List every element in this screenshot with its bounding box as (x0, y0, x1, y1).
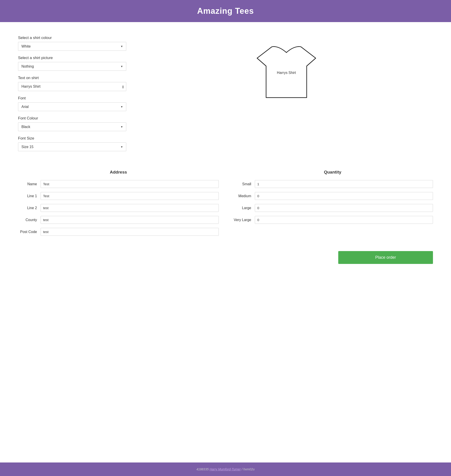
addr-input-line2[interactable] (41, 204, 219, 212)
address-section: Address Name Line 1 Line 2 County Post C… (18, 170, 219, 240)
shirt-colour-select[interactable]: White Black Red Blue Green (18, 42, 126, 51)
shirt-options-form: Select a shirt colour White Black Red Bl… (18, 36, 126, 156)
qty-label-verylarge: Very Large (232, 218, 255, 222)
qty-label-large: Large (232, 206, 255, 210)
place-order-button[interactable]: Place order (338, 251, 433, 264)
shirt-svg-container: Harrys Shirt (250, 40, 322, 103)
address-title: Address (18, 170, 219, 175)
addr-input-county[interactable] (41, 216, 219, 224)
qty-row-large: Large (232, 204, 433, 212)
shirt-colour-group: Select a shirt colour White Black Red Bl… (18, 36, 126, 51)
addr-row-postcode: Post Code (18, 228, 219, 236)
main-content: Select a shirt colour White Black Red Bl… (0, 22, 451, 463)
place-order-row: Place order (18, 251, 433, 264)
font-colour-select-wrapper: Black White Red Blue (18, 122, 126, 131)
font-size-group: Font Size Size 10 Size 12 Size 15 Size 1… (18, 136, 126, 151)
shirt-text-label: Text on shirt (18, 76, 126, 80)
addr-input-line1[interactable] (41, 192, 219, 200)
font-colour-select[interactable]: Black White Red Blue (18, 122, 126, 131)
font-label: Font (18, 96, 126, 100)
footer-id: 4188335 (196, 467, 209, 471)
addr-label-postcode: Post Code (18, 230, 41, 234)
shirt-colour-label: Select a shirt colour (18, 36, 126, 40)
shirt-text-input-wrapper: ▮ (18, 82, 126, 91)
shirt-colour-select-wrapper: White Black Red Blue Green (18, 42, 126, 51)
addr-label-county: County (18, 218, 41, 222)
shirt-text-input[interactable] (18, 82, 126, 91)
font-colour-label: Font Colour (18, 116, 126, 121)
shirt-text-group: Text on shirt ▮ (18, 76, 126, 91)
addr-input-name[interactable] (41, 180, 219, 188)
addr-row-county: County (18, 216, 219, 224)
top-section: Select a shirt colour White Black Red Bl… (18, 36, 433, 156)
shirt-picture-select-wrapper: Nothing Star Heart Logo (18, 62, 126, 71)
font-colour-group: Font Colour Black White Red Blue (18, 116, 126, 131)
qty-input-verylarge[interactable] (255, 216, 433, 224)
addr-row-line2: Line 2 (18, 204, 219, 212)
quantity-title: Quantity (232, 170, 433, 175)
qty-input-small[interactable] (255, 180, 433, 188)
shirt-picture-label: Select a shirt picture (18, 56, 126, 60)
page-header: Amazing Tees (0, 0, 451, 22)
addr-input-postcode[interactable] (41, 228, 219, 236)
text-input-icon: ▮ (122, 85, 124, 89)
footer-code: hxm02u (243, 467, 255, 471)
shirt-picture-group: Select a shirt picture Nothing Star Hear… (18, 56, 126, 71)
shirt-preview: Harrys Shirt (140, 36, 433, 156)
addr-row-name: Name (18, 180, 219, 188)
qty-input-medium[interactable] (255, 192, 433, 200)
font-size-select-wrapper: Size 10 Size 12 Size 15 Size 18 Size 24 (18, 142, 126, 151)
font-size-label: Font Size (18, 136, 126, 141)
font-select-wrapper: Arial Times New Roman Courier Verdana (18, 102, 126, 111)
qty-row-verylarge: Very Large (232, 216, 433, 224)
addr-label-line1: Line 1 (18, 194, 41, 198)
qty-label-medium: Medium (232, 194, 255, 198)
footer-link[interactable]: Harry Mumford-Turner (209, 467, 241, 471)
addr-row-line1: Line 1 (18, 192, 219, 200)
shirt-picture-select[interactable]: Nothing Star Heart Logo (18, 62, 126, 71)
qty-row-small: Small (232, 180, 433, 188)
page-footer: 4188335 Harry Mumford-Turner / hxm02u (0, 463, 451, 476)
font-select[interactable]: Arial Times New Roman Courier Verdana (18, 102, 126, 111)
page-title: Amazing Tees (0, 6, 451, 16)
shirt-preview-text: Harrys Shirt (277, 71, 296, 75)
addr-label-line2: Line 2 (18, 206, 41, 210)
bottom-section: Address Name Line 1 Line 2 County Post C… (18, 170, 433, 240)
qty-label-small: Small (232, 182, 255, 186)
qty-input-large[interactable] (255, 204, 433, 212)
quantity-section: Quantity Small Medium Large Very Large (232, 170, 433, 240)
font-size-select[interactable]: Size 10 Size 12 Size 15 Size 18 Size 24 (18, 142, 126, 151)
qty-row-medium: Medium (232, 192, 433, 200)
addr-label-name: Name (18, 182, 41, 186)
font-group: Font Arial Times New Roman Courier Verda… (18, 96, 126, 111)
